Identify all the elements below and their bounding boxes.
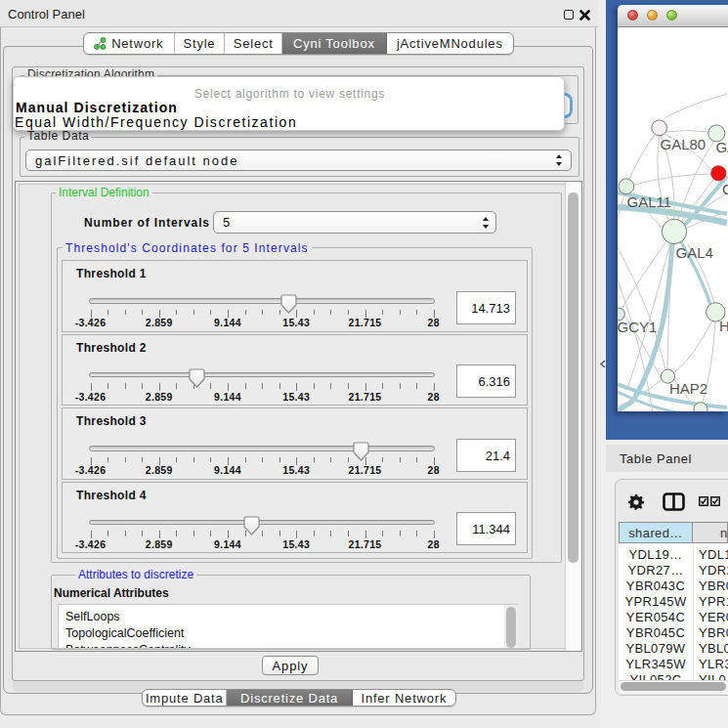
- svg-text:H: H: [719, 318, 728, 334]
- svg-text:GAL80: GAL80: [661, 136, 707, 152]
- svg-text:GCY1: GCY1: [618, 319, 657, 335]
- svg-text:HAP2: HAP2: [669, 380, 707, 397]
- svg-text:GAL11: GAL11: [627, 193, 672, 210]
- svg-text:GAL4: GAL4: [676, 244, 713, 261]
- svg-text:GA: GA: [715, 139, 728, 155]
- svg-text:C: C: [722, 181, 728, 197]
